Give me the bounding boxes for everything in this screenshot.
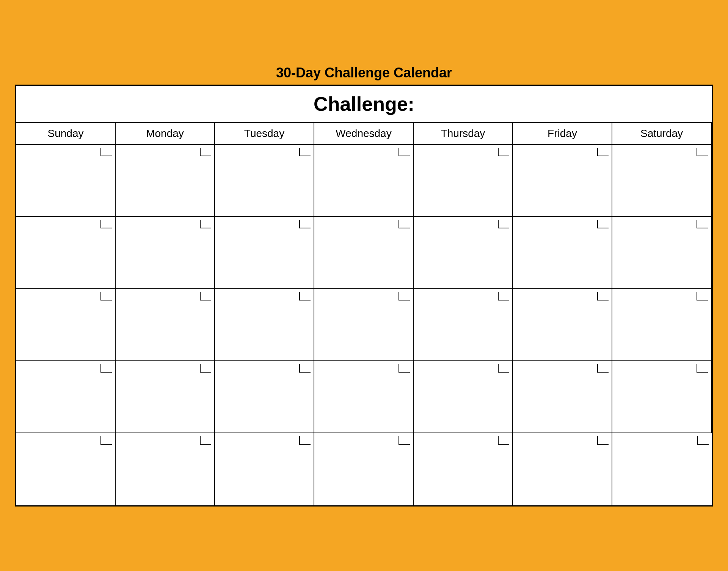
cell-corner bbox=[299, 436, 311, 445]
cell-corner bbox=[597, 436, 609, 445]
cell-corner bbox=[399, 220, 410, 228]
cell-corner bbox=[697, 436, 709, 445]
cell-corner bbox=[597, 220, 609, 228]
cell-r1c2[interactable] bbox=[116, 145, 215, 217]
cell-corner bbox=[498, 148, 509, 156]
cell-r3c6[interactable] bbox=[513, 289, 612, 361]
cell-r3c7[interactable] bbox=[612, 289, 712, 361]
challenge-header: Challenge: bbox=[16, 86, 712, 123]
header-sunday: Sunday bbox=[16, 123, 116, 145]
cell-corner bbox=[200, 148, 211, 156]
cell-r2c2[interactable] bbox=[116, 217, 215, 289]
cell-corner bbox=[299, 364, 311, 373]
cell-r4c4[interactable] bbox=[314, 361, 414, 433]
cell-corner bbox=[100, 436, 112, 445]
cell-r5c4[interactable] bbox=[314, 433, 414, 505]
calendar-grid: Sunday Monday Tuesday Wednesday Thursday… bbox=[16, 123, 712, 505]
cell-corner bbox=[498, 364, 509, 373]
cell-corner bbox=[299, 148, 311, 156]
calendar-container: Challenge: Sunday Monday Tuesday Wednesd… bbox=[15, 85, 713, 507]
cell-r3c4[interactable] bbox=[314, 289, 414, 361]
cell-r3c1[interactable] bbox=[16, 289, 116, 361]
cell-r1c4[interactable] bbox=[314, 145, 414, 217]
cell-corner bbox=[498, 220, 509, 228]
cell-corner bbox=[399, 292, 410, 300]
cell-r1c6[interactable] bbox=[513, 145, 612, 217]
cell-corner bbox=[697, 364, 708, 373]
cell-r3c3[interactable] bbox=[215, 289, 314, 361]
cell-corner bbox=[200, 436, 211, 445]
cell-corner bbox=[200, 220, 211, 228]
cell-corner bbox=[200, 292, 211, 300]
cell-r1c3[interactable] bbox=[215, 145, 314, 217]
cell-corner bbox=[399, 364, 410, 373]
cell-corner bbox=[597, 292, 609, 300]
cell-corner bbox=[200, 364, 211, 373]
cell-corner bbox=[697, 220, 708, 228]
cell-r1c1[interactable] bbox=[16, 145, 116, 217]
cell-r5c7[interactable] bbox=[612, 433, 712, 505]
header-tuesday: Tuesday bbox=[215, 123, 314, 145]
cell-corner bbox=[697, 148, 708, 156]
cell-corner bbox=[100, 292, 112, 300]
page-wrapper: 30-Day Challenge Calendar Challenge: Sun… bbox=[8, 8, 720, 563]
cell-r5c6[interactable] bbox=[513, 433, 612, 505]
cell-corner bbox=[399, 148, 410, 156]
cell-r3c5[interactable] bbox=[414, 289, 513, 361]
cell-r1c7[interactable] bbox=[612, 145, 712, 217]
cell-r3c2[interactable] bbox=[116, 289, 215, 361]
cell-corner bbox=[597, 148, 609, 156]
page-title: 30-Day Challenge Calendar bbox=[276, 65, 452, 81]
cell-corner bbox=[100, 148, 112, 156]
cell-r4c6[interactable] bbox=[513, 361, 612, 433]
cell-r2c7[interactable] bbox=[612, 217, 712, 289]
cell-r2c3[interactable] bbox=[215, 217, 314, 289]
cell-r5c5[interactable] bbox=[414, 433, 513, 505]
header-friday: Friday bbox=[513, 123, 612, 145]
cell-corner bbox=[697, 292, 708, 300]
cell-r5c2[interactable] bbox=[116, 433, 215, 505]
header-thursday: Thursday bbox=[414, 123, 513, 145]
cell-r2c6[interactable] bbox=[513, 217, 612, 289]
cell-corner bbox=[299, 220, 311, 228]
cell-corner bbox=[498, 292, 509, 300]
cell-r5c3[interactable] bbox=[215, 433, 314, 505]
cell-corner bbox=[100, 364, 112, 373]
cell-corner bbox=[399, 436, 410, 445]
cell-r4c7[interactable] bbox=[612, 361, 712, 433]
cell-corner bbox=[100, 220, 112, 228]
cell-r4c1[interactable] bbox=[16, 361, 116, 433]
header-wednesday: Wednesday bbox=[314, 123, 414, 145]
cell-r2c4[interactable] bbox=[314, 217, 414, 289]
cell-r2c5[interactable] bbox=[414, 217, 513, 289]
cell-corner bbox=[597, 364, 609, 373]
cell-r4c3[interactable] bbox=[215, 361, 314, 433]
cell-r1c5[interactable] bbox=[414, 145, 513, 217]
cell-corner bbox=[498, 436, 509, 445]
cell-r5c1[interactable] bbox=[16, 433, 116, 505]
cell-r2c1[interactable] bbox=[16, 217, 116, 289]
header-saturday: Saturday bbox=[612, 123, 712, 145]
cell-corner bbox=[299, 292, 311, 300]
header-monday: Monday bbox=[116, 123, 215, 145]
cell-r4c5[interactable] bbox=[414, 361, 513, 433]
cell-r4c2[interactable] bbox=[116, 361, 215, 433]
